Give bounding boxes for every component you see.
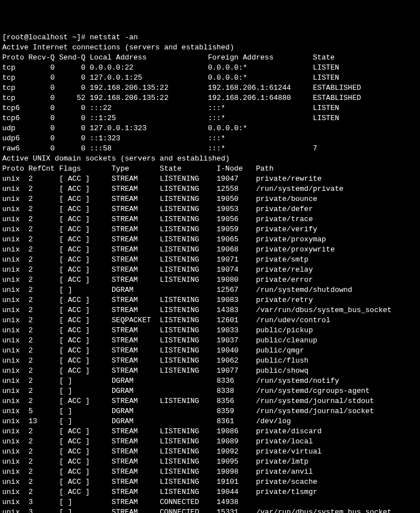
col-state: LISTEN	[313, 74, 339, 82]
col-inode: 19101	[216, 478, 256, 486]
col-path: public/showq	[256, 367, 309, 375]
col-inode: 19086	[216, 427, 256, 436]
col-proto: unix	[2, 457, 29, 466]
col-recvq: 0	[29, 144, 55, 153]
prompt-line[interactable]: [root@localhost ~]# netstat -an	[2, 33, 418, 43]
col-state: 7	[313, 144, 317, 153]
col-path: private/local	[256, 437, 313, 446]
unix-row: unix 2 [ ACC ] STREAM LISTENING 19083 pr…	[2, 295, 418, 305]
col-inode: 19062	[216, 356, 256, 365]
col-type: STREAM	[112, 245, 160, 254]
col-type: DGRAM	[112, 377, 160, 385]
col-flags: [ ACC ]	[59, 478, 112, 486]
col-type: STREAM	[112, 397, 160, 405]
col-sendq: 0	[55, 104, 86, 112]
col-proto: unix	[2, 488, 29, 496]
col-state: LISTENING	[160, 478, 216, 486]
col-path: /run/systemd/journal/socket	[256, 407, 375, 415]
col-proto: udp	[2, 124, 29, 132]
col-local: ::1:323	[90, 134, 208, 143]
col-local: 0.0.0.0:22	[90, 63, 208, 72]
col-type: STREAM	[112, 326, 160, 335]
col-state: LISTENING	[160, 356, 216, 365]
col-flags: [ ACC ]	[59, 195, 112, 203]
col-inode: 8336	[216, 377, 256, 385]
col-state	[160, 417, 216, 425]
col-path: private/verify	[256, 225, 317, 233]
col-path: public/qmgr	[256, 346, 304, 355]
col-refcnt: 2	[29, 255, 59, 264]
col-proto: unix	[2, 427, 29, 436]
col-type: STREAM	[112, 175, 160, 183]
col-type: STREAM	[112, 437, 160, 446]
col-proto: unix	[2, 387, 29, 395]
col-refcnt: 2	[29, 377, 59, 385]
col-flags: [ ]	[59, 377, 112, 385]
col-path: private/bounce	[256, 195, 317, 203]
col-inode: 19033	[216, 326, 256, 335]
col-local: 192.168.206.135:22	[90, 84, 208, 92]
unix-row: unix 2 [ ACC ] STREAM LISTENING 14383 /v…	[2, 305, 418, 315]
col-state: LISTENING	[160, 265, 216, 274]
col-flags: [ ACC ]	[59, 367, 112, 375]
col-type: STREAM	[112, 205, 160, 213]
col-inode: 12601	[216, 316, 256, 324]
unix-row: unix 2 [ ACC ] STREAM LISTENING 19033 pu…	[2, 326, 418, 336]
col-inode: 8356	[216, 397, 256, 405]
col-path: private/virtual	[256, 447, 322, 456]
col-refcnt: 2	[29, 205, 59, 213]
inet-columns: Proto Recv-Q Send-Q Local Address Foreig…	[2, 53, 418, 63]
col-refcnt: 2	[29, 346, 59, 355]
col-proto: raw6	[2, 144, 29, 153]
col-inode: 19092	[216, 447, 256, 456]
col-sendq: 0	[55, 124, 86, 132]
col-flags: [ ACC ]	[59, 397, 112, 405]
col-state: ESTABLISHED	[313, 84, 361, 92]
col-flags: [ ACC ]	[59, 265, 112, 274]
col-proto: unix	[2, 367, 29, 375]
col-state: LISTENING	[160, 468, 216, 476]
col-proto: tcp	[2, 63, 29, 72]
col-foreign: 0.0.0.0:*	[208, 63, 313, 72]
unix-row: unix 2 [ ACC ] STREAM LISTENING 19074 pr…	[2, 265, 418, 275]
col-path: private/anvil	[256, 468, 313, 476]
col-foreign: 0.0.0.0:*	[208, 74, 313, 82]
inet-row: raw6 0 0 :::58 :::* 7	[2, 144, 418, 154]
col-path: private/relay	[256, 265, 313, 274]
col-foreign: :::*	[208, 104, 313, 112]
col-type: STREAM	[112, 447, 160, 456]
col-flags: [ ACC ]	[59, 437, 112, 446]
col-path: /run/udev/control	[256, 316, 331, 324]
unix-row: unix 2 [ ACC ] STREAM LISTENING 19040 pu…	[2, 346, 418, 356]
col-state: LISTENING	[160, 205, 216, 213]
inet-row: udp6 0 0 ::1:323 :::*	[2, 134, 418, 144]
col-refcnt: 2	[29, 387, 59, 395]
col-path: private/proxywrite	[256, 245, 335, 254]
unix-row: unix 2 [ ACC ] SEQPACKET LISTENING 12601…	[2, 315, 418, 326]
unix-header: Active UNIX domain sockets (servers and …	[2, 154, 418, 164]
col-flags: [ ACC ]	[59, 235, 112, 244]
col-inode: 19053	[216, 205, 256, 213]
col-type: STREAM	[112, 427, 160, 436]
col-proto: unix	[2, 215, 29, 223]
col-state: LISTENING	[160, 255, 216, 264]
col-inode: 12567	[216, 286, 256, 294]
col-proto: unix	[2, 296, 29, 304]
col-inode: 19059	[216, 225, 256, 233]
col-path: /run/systemd/notify	[256, 377, 339, 385]
col-refcnt: 2	[29, 276, 59, 284]
col-proto: tcp	[2, 74, 29, 82]
col-sendq: 0	[55, 84, 86, 92]
col-proto: udp6	[2, 134, 29, 143]
col-refcnt: 2	[29, 316, 59, 324]
col-flags: [ ACC ]	[59, 175, 112, 183]
col-state: LISTENING	[160, 225, 216, 233]
col-path: private/smtp	[256, 255, 309, 264]
unix-row: unix 2 [ ACC ] STREAM LISTENING 19098 pr…	[2, 467, 418, 477]
col-inode: 19047	[216, 175, 256, 183]
col-refcnt: 2	[29, 215, 59, 223]
col-recvq: 0	[29, 124, 55, 132]
unix-row: unix 2 [ ACC ] STREAM LISTENING 8356 /ru…	[2, 396, 418, 406]
unix-row: unix 3 [ ] STREAM CONNECTED 14938	[2, 497, 418, 507]
col-path: /dev/log	[256, 417, 291, 425]
